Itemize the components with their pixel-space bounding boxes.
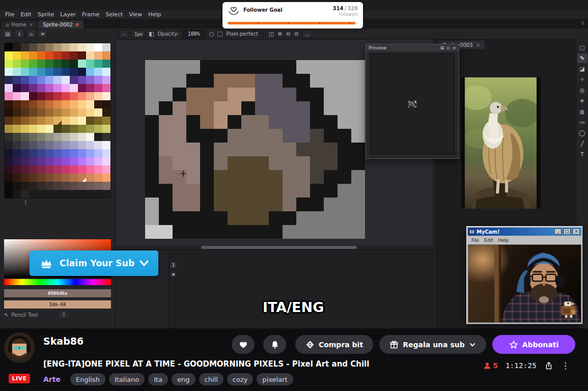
palette-swatch[interactable] [86, 68, 94, 76]
palette-swatch[interactable] [13, 43, 21, 51]
palette-swatch[interactable] [86, 174, 94, 182]
palette-swatch[interactable] [94, 68, 102, 76]
palette-swatch[interactable] [29, 92, 37, 100]
palette-swatch[interactable] [102, 133, 110, 141]
palette-swatch[interactable] [5, 100, 13, 108]
palette-swatch[interactable] [45, 125, 53, 133]
palette-swatch[interactable] [70, 51, 78, 60]
preview-titlebar[interactable]: Preview ⊞ ▫ × [366, 44, 459, 51]
symmetry-vertical-icon[interactable]: ⊖ [286, 31, 290, 37]
palette-swatch[interactable] [5, 60, 13, 68]
palette-swatch[interactable] [62, 133, 70, 141]
palette-swatch[interactable] [53, 125, 62, 133]
palette-swatch[interactable] [29, 108, 37, 117]
palette-swatch[interactable] [70, 133, 78, 141]
palette-swatch[interactable] [94, 133, 102, 141]
palette-swatch[interactable] [53, 108, 62, 117]
palette-swatch[interactable] [5, 108, 13, 117]
chevron-down-icon[interactable] [139, 260, 149, 267]
claim-sub-button[interactable]: Claim Your Sub [30, 250, 158, 276]
palette-size-icon[interactable]: ▫ [26, 29, 36, 38]
more-options-icon[interactable]: ⋮ [561, 360, 570, 371]
palette-swatch[interactable] [5, 190, 13, 198]
palette-swatch[interactable] [37, 51, 45, 60]
palette-swatch[interactable] [45, 100, 53, 108]
palette-presets-icon[interactable]: ▤ [3, 29, 13, 38]
palette-swatch[interactable] [102, 149, 110, 157]
palette-swatch[interactable] [102, 76, 110, 84]
palette-swatch[interactable] [102, 51, 110, 60]
palette-swatch[interactable] [37, 108, 45, 117]
palette-swatch[interactable] [29, 165, 37, 174]
palette-swatch[interactable] [86, 190, 94, 198]
palette-swatch[interactable] [102, 43, 110, 51]
palette-swatch[interactable] [78, 182, 86, 190]
gift-sub-button[interactable]: Regala una sub [379, 335, 486, 354]
palette-swatch[interactable] [13, 125, 21, 133]
palette-swatch[interactable] [70, 157, 78, 165]
palette-swatch[interactable] [78, 100, 86, 108]
frame-1-header[interactable]: 1 [170, 261, 177, 269]
palette-swatch[interactable] [102, 165, 110, 174]
palette-swatch[interactable] [53, 100, 62, 108]
palette-swatch[interactable] [70, 100, 78, 108]
palette-swatch[interactable] [45, 174, 53, 182]
palette-swatch[interactable] [45, 84, 53, 92]
palette-swatch[interactable] [13, 92, 21, 100]
palette-swatch[interactable] [21, 125, 29, 133]
palette-swatch[interactable] [5, 149, 13, 157]
palette-swatch[interactable] [94, 108, 102, 117]
palette-swatch[interactable] [62, 43, 70, 51]
menu-select[interactable]: Select [102, 11, 126, 18]
palette-swatch[interactable] [53, 165, 62, 174]
palette-swatch[interactable] [37, 100, 45, 108]
zoom-tool[interactable]: ◎ [577, 86, 587, 95]
palette-swatch[interactable] [94, 43, 102, 51]
mycam-menu-edit[interactable]: Edit [482, 238, 495, 243]
palette-swatch[interactable] [78, 133, 86, 141]
palette-swatch[interactable] [86, 108, 94, 117]
palette-swatch[interactable] [45, 157, 53, 165]
palette-swatch[interactable] [86, 141, 94, 149]
palette-swatch[interactable] [86, 125, 94, 133]
palette-swatch[interactable] [37, 157, 45, 165]
ink-type-icon[interactable]: ◧ [149, 31, 154, 37]
tag-chill[interactable]: chill [199, 373, 223, 385]
palette-swatch[interactable] [53, 43, 62, 51]
palette-swatch[interactable] [21, 157, 29, 165]
eyedropper-tool[interactable]: ✧ [577, 75, 587, 85]
minimize-icon[interactable]: _ [554, 229, 562, 235]
palette-swatch[interactable] [62, 125, 70, 133]
palette-swatch[interactable] [86, 165, 94, 174]
palette-sort-icon[interactable]: ↓ [14, 29, 24, 38]
palette-swatch[interactable] [5, 157, 13, 165]
palette-swatch[interactable] [13, 141, 21, 149]
palette-swatch[interactable] [21, 117, 29, 125]
text-tool[interactable]: T [577, 150, 587, 159]
palette-swatch[interactable] [102, 125, 110, 133]
palette-swatch[interactable] [102, 182, 110, 190]
tag-ita[interactable]: Ita [148, 373, 168, 385]
palette-swatch[interactable] [70, 108, 78, 117]
close-icon[interactable]: × [29, 22, 33, 27]
palette-swatch[interactable] [5, 51, 13, 60]
close-icon[interactable]: × [476, 42, 480, 48]
palette-swatch[interactable] [29, 182, 37, 190]
palette-swatch[interactable] [45, 60, 53, 68]
ellipse-tool[interactable]: ◯ [577, 128, 587, 138]
palette-swatch[interactable] [86, 157, 94, 165]
palette-swatch[interactable] [29, 84, 37, 92]
palette-swatch[interactable] [5, 182, 13, 190]
channel-name[interactable]: Skab86 [43, 336, 83, 347]
palette-swatch[interactable] [45, 190, 53, 198]
palette-swatch[interactable] [13, 51, 21, 60]
palette-swatch[interactable] [78, 149, 86, 157]
palette-swatch[interactable] [13, 174, 21, 182]
palette-swatch[interactable] [94, 157, 102, 165]
palette-swatch[interactable] [37, 190, 45, 198]
palette-swatch[interactable] [62, 76, 70, 84]
palette-swatch[interactable] [78, 60, 86, 68]
palette-swatch[interactable] [53, 84, 62, 92]
palette-swatch[interactable] [62, 84, 70, 92]
palette-swatch[interactable] [5, 68, 13, 76]
